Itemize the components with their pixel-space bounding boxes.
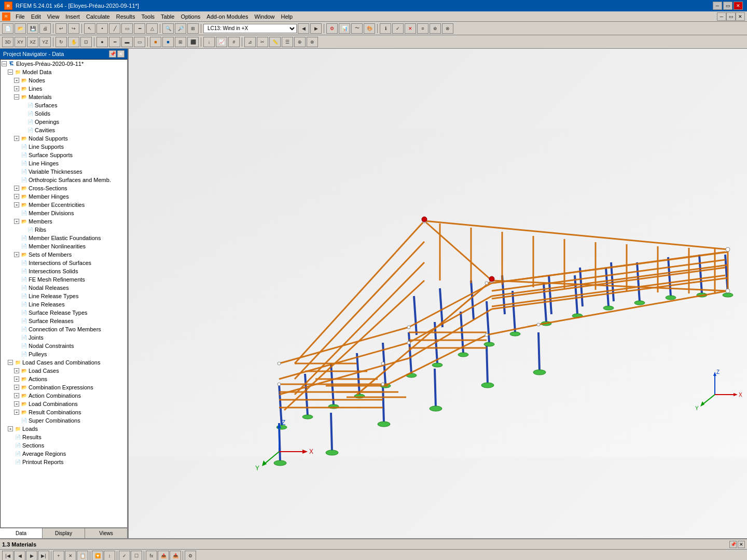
expand-materials[interactable]: ─ <box>14 94 19 100</box>
tree-item-line-releases[interactable]: + 📄 Line Releases <box>1 300 127 309</box>
tb-deform[interactable]: 〜 <box>351 23 363 34</box>
tb2-view-3d[interactable]: 3D <box>2 37 13 47</box>
menu-addon[interactable]: Add-on Modules <box>203 12 251 21</box>
inner-restore-button[interactable]: ▭ <box>726 12 736 21</box>
nav-tab-display[interactable]: Display <box>43 528 85 538</box>
expand-member-hinges[interactable]: + <box>14 194 19 199</box>
tree-item-member-eccentricities[interactable]: + 📂 Member Eccentricities <box>1 201 127 209</box>
tree-item-surface-release-types[interactable]: + 📄 Surface Release Types <box>1 309 127 317</box>
tb-info[interactable]: ℹ <box>380 23 391 34</box>
tree-item-combination-expr[interactable]: + 📂 Combination Expressions <box>1 383 127 391</box>
tb2-results-vis[interactable]: 📈 <box>216 37 227 47</box>
tree-item-members[interactable]: + 📂 Members <box>1 217 127 226</box>
menu-view[interactable]: View <box>44 12 63 21</box>
tb-results-view[interactable]: 📊 <box>339 23 350 34</box>
tb2-section[interactable]: ⊡ <box>80 37 92 47</box>
tb-member[interactable]: ━ <box>134 23 145 34</box>
nav-close-button[interactable]: ✕ <box>117 50 125 58</box>
expand-action-comb[interactable]: + <box>14 393 19 398</box>
menu-options[interactable]: Options <box>177 12 203 21</box>
tree-item-orthotropic[interactable]: + 📄 Orthotropic Surfaces and Memb. <box>1 176 127 184</box>
expand-nodal-supports[interactable]: + <box>14 136 19 141</box>
tb-cross[interactable]: ✕ <box>405 23 416 34</box>
tree-item-fe-mesh[interactable]: + 📄 FE Mesh Refinements <box>1 275 127 284</box>
tree-item-action-comb[interactable]: + 📂 Action Combinations <box>1 391 127 400</box>
tree-item-intersect-surfaces[interactable]: + 📄 Intersections of Surfaces <box>1 259 127 267</box>
bottom-close-button[interactable]: ✕ <box>738 541 745 548</box>
tree-item-intersect-solids[interactable]: + 📄 Intersections Solids <box>1 267 127 275</box>
expand-model[interactable]: ─ <box>8 69 13 75</box>
load-combo-select[interactable]: LC13: Wind in +X <box>203 24 297 33</box>
menu-calculate[interactable]: Calculate <box>83 12 113 21</box>
tree-item-nodal-releases[interactable]: + 📄 Nodal Releases <box>1 284 127 292</box>
tb-print[interactable]: 🖨 <box>39 23 51 34</box>
restore-button[interactable]: ▭ <box>723 2 732 10</box>
nav-pin-button[interactable]: 📌 <box>109 50 116 58</box>
bt-settings[interactable]: ⚙ <box>185 551 196 561</box>
bt-check-all[interactable]: ✓ <box>119 551 130 561</box>
bt-uncheck-all[interactable]: ☐ <box>131 551 142 561</box>
tree-item-materials[interactable]: ─ 📂 Materials <box>1 93 127 101</box>
menu-help[interactable]: Help <box>278 12 296 21</box>
menu-table[interactable]: Table <box>158 12 177 21</box>
tree-item-surface-supports[interactable]: + 📄 Surface Supports <box>1 151 127 159</box>
bt-sort[interactable]: ↕ <box>104 551 115 561</box>
tree-item-super-comb[interactable]: + 📄 Super Combinations <box>1 416 127 425</box>
tb-render[interactable]: 🎨 <box>364 23 375 34</box>
expand-cross-sections[interactable]: + <box>14 186 19 191</box>
tree-item-load-cases[interactable]: + 📂 Load Cases <box>1 367 127 375</box>
tb2-rotate[interactable]: ↻ <box>56 37 67 47</box>
tb2-show-lines[interactable]: ━ <box>109 37 120 47</box>
tree-item-openings[interactable]: + 📄 Openings <box>1 118 127 126</box>
tree-item-nodal-supports[interactable]: + 📂 Nodal Supports <box>1 134 127 143</box>
tb-node[interactable]: • <box>96 23 108 34</box>
tb-next[interactable]: ▶ <box>310 23 322 34</box>
tree-item-average-regions[interactable]: + 📄 Average Regions <box>1 450 127 458</box>
expand-root[interactable]: ─ <box>2 61 7 66</box>
tree-item-model-data[interactable]: ─ 📁 Model Data <box>1 68 127 76</box>
bt-formula[interactable]: fx <box>146 551 157 561</box>
tb-new[interactable]: 📄 <box>2 23 13 34</box>
tb2-pan[interactable]: ✋ <box>68 37 79 47</box>
tb2-show-members[interactable]: ▬ <box>121 37 133 47</box>
minimize-button[interactable]: ─ <box>713 2 722 10</box>
tree-item-member-elastic[interactable]: + 📄 Member Elastic Foundations <box>1 234 127 242</box>
tb-line[interactable]: ╱ <box>109 23 120 34</box>
expand-nodes[interactable]: + <box>14 78 19 83</box>
tree-item-surface-releases[interactable]: + 📄 Surface Releases <box>1 317 127 325</box>
tb-surface[interactable]: ▭ <box>121 23 133 34</box>
expand-comb-expr[interactable]: + <box>14 385 19 390</box>
tb-prev[interactable]: ◀ <box>298 23 309 34</box>
tb2-clip[interactable]: ✂ <box>257 37 268 47</box>
tree-item-printout-reports[interactable]: + 📄 Printout Reports <box>1 458 127 466</box>
view-area[interactable]: Z X Y Z X <box>129 49 747 538</box>
bt-add[interactable]: + <box>53 551 64 561</box>
menu-window[interactable]: Window <box>251 12 278 21</box>
tb-redo[interactable]: ↪ <box>68 23 79 34</box>
tree-item-member-hinges[interactable]: + 📂 Member Hinges <box>1 192 127 201</box>
tb-select[interactable]: ↖ <box>84 23 95 34</box>
tb2-solid-mode[interactable]: ⬛ <box>187 37 199 47</box>
expand-load-comb[interactable]: ─ <box>8 360 13 365</box>
tb2-more1[interactable]: ☰ <box>282 37 293 47</box>
tree-item-surfaces[interactable]: + 📄 Surfaces <box>1 101 127 109</box>
inner-close-button[interactable]: ✕ <box>736 12 745 21</box>
tb-more1[interactable]: ≡ <box>417 23 428 34</box>
tree-item-joints[interactable]: + 📄 Joints <box>1 333 127 342</box>
tb2-loads-vis[interactable]: ↓ <box>203 37 215 47</box>
tree-item-loads[interactable]: + 📁 Loads <box>1 425 127 433</box>
tb-check[interactable]: ✓ <box>392 23 404 34</box>
tree-item-line-release-types[interactable]: + 📄 Line Release Types <box>1 292 127 300</box>
tree-item-line-supports[interactable]: + 📄 Line Supports <box>1 143 127 151</box>
tb-support[interactable]: △ <box>146 23 158 34</box>
tb2-measure[interactable]: 📏 <box>269 37 281 47</box>
bt-export[interactable]: 📤 <box>158 551 169 561</box>
tb-zoom-in[interactable]: 🔍 <box>162 23 174 34</box>
menu-results[interactable]: Results <box>113 12 139 21</box>
tree-item-pulleys[interactable]: + 📄 Pulleys <box>1 350 127 358</box>
tb-zoom-out[interactable]: 🔎 <box>175 23 186 34</box>
bt-first[interactable]: |◀ <box>2 551 13 561</box>
tree-item-nodes[interactable]: + 📂 Nodes <box>1 76 127 85</box>
tree-item-cross-sections[interactable]: + 📂 Cross-Sections <box>1 184 127 192</box>
expand-load-comb2[interactable]: + <box>14 401 19 407</box>
